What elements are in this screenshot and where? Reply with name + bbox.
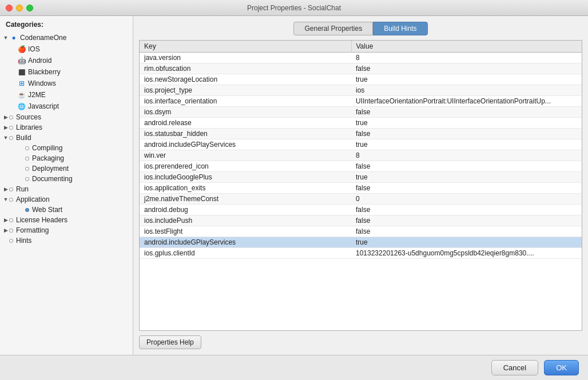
table-cell-value: false [351, 215, 582, 226]
packaging-icon [25, 157, 29, 161]
table-row[interactable]: ios.interface_orientationUIInterfaceOrie… [140, 96, 582, 107]
minimize-button[interactable] [16, 5, 23, 11]
window-title: Project Properties - SocialChat [247, 4, 341, 12]
sidebar-item-label: Application [16, 195, 50, 203]
table-row[interactable]: ios.statusbar_hiddenfalse [140, 129, 582, 139]
sidebar-item-windows[interactable]: ⊞ Windows [0, 78, 133, 89]
blackberry-icon: ⬛ [17, 67, 26, 77]
libraries-icon [9, 126, 13, 130]
sidebar-item-documenting[interactable]: Documenting [0, 174, 133, 184]
android-icon: 🤖 [17, 56, 26, 65]
table-row[interactable]: android.releasetrue [140, 118, 582, 129]
javascript-icon: 🌐 [17, 102, 26, 111]
sidebar-item-label: Packaging [32, 154, 64, 162]
chevron-right-icon: ▶ [2, 227, 9, 234]
chevron-right-icon: ▶ [2, 124, 9, 131]
table-cell-value: true [351, 139, 582, 150]
sidebar-item-j2me[interactable]: ☕ J2ME [0, 89, 133, 101]
table-cell-value: 8 [351, 53, 582, 63]
sidebar-item-application[interactable]: ▼ Application [0, 194, 133, 205]
table-row[interactable]: ios.includePushfalse [140, 215, 582, 226]
sidebar-item-label: Blackberry [28, 68, 61, 76]
sidebar-item-webstart[interactable]: Web Start [0, 205, 133, 215]
sidebar-item-hints[interactable]: Hints [0, 235, 133, 246]
formatting-icon [9, 229, 13, 233]
table-row[interactable]: ios.gplus.clientId1013232201263-u5dhguom… [140, 248, 582, 259]
table-cell-key: android.includeGPlayServices [140, 237, 351, 248]
column-header-value: Value [351, 41, 582, 53]
windows-icon: ⊞ [17, 79, 26, 88]
sidebar-item-blackberry[interactable]: ⬛ Blackberry [0, 66, 133, 78]
table-row[interactable]: ios.prerendered_iconfalse [140, 161, 582, 172]
table-cell-key: ios.newStorageLocation [140, 74, 351, 85]
table-cell-value: false [351, 183, 582, 194]
sidebar-item-packaging[interactable]: Packaging [0, 153, 133, 163]
table-row[interactable]: ios.project_typeios [140, 85, 582, 96]
table-cell-value: false [351, 205, 582, 215]
sidebar-item-label: Sources [16, 113, 41, 121]
sidebar-item-formatting[interactable]: ▶ Formatting [0, 225, 133, 235]
properties-help-button[interactable]: Properties Help [139, 335, 201, 349]
table-row[interactable]: ios.newStorageLocationtrue [140, 74, 582, 85]
sidebar-item-libraries[interactable]: ▶ Libraries [0, 122, 133, 133]
application-icon [9, 198, 13, 202]
table-row[interactable]: ios.dsymfalse [140, 107, 582, 118]
sidebar-item-android[interactable]: 🤖 Android [0, 55, 133, 66]
table-cell-value: false [351, 226, 582, 237]
sidebar-item-licenseheaders[interactable]: ▶ License Headers [0, 215, 133, 225]
table-row[interactable]: win.ver8 [140, 150, 582, 161]
table-row[interactable]: ios.application_exitsfalse [140, 183, 582, 194]
close-button[interactable] [6, 5, 13, 11]
sources-icon [9, 115, 13, 119]
sidebar-item-build[interactable]: ▼ Build [0, 133, 133, 143]
sidebar-item-sources[interactable]: ▶ Sources [0, 112, 133, 122]
chevron-down-icon: ▼ [2, 34, 9, 41]
sidebar-item-label: Android [28, 57, 51, 65]
window-controls[interactable] [6, 5, 33, 11]
sidebar-item-compiling[interactable]: Compiling [0, 143, 133, 153]
table-cell-key: ios.statusbar_hidden [140, 129, 351, 139]
table-row[interactable]: java.version8 [140, 53, 582, 63]
table-cell-value: 8 [351, 150, 582, 161]
table-cell-key: ios.testFlight [140, 226, 351, 237]
table-row[interactable]: rim.obfuscationfalse [140, 63, 582, 74]
sidebar-item-label: J2ME [28, 91, 46, 99]
table-cell-value: false [351, 107, 582, 118]
table-cell-value: ios [351, 85, 582, 96]
sidebar-item-deployment[interactable]: Deployment [0, 163, 133, 174]
table-cell-key: ios.gplus.clientId [140, 248, 351, 259]
table-row[interactable]: ios.testFlightfalse [140, 226, 582, 237]
bottom-bar: Properties Help [139, 335, 582, 349]
sidebar-item-label: Windows [28, 79, 56, 87]
table-cell-value: true [351, 118, 582, 129]
tab-general-properties[interactable]: General Properties [293, 22, 373, 35]
sidebar-item-javascript[interactable]: 🌐 Javascript [0, 101, 133, 112]
cancel-button[interactable]: Cancel [491, 360, 538, 375]
sidebar-item-codenameone[interactable]: ▼ ● CodenameOne [0, 32, 133, 43]
table-cell-key: android.debug [140, 205, 351, 215]
maximize-button[interactable] [26, 5, 33, 11]
sidebar-item-run[interactable]: ▶ Run [0, 184, 133, 194]
table-cell-key: ios.includePush [140, 215, 351, 226]
table-cell-key: ios.application_exits [140, 183, 351, 194]
table-row[interactable]: j2me.nativeThemeConst0 [140, 194, 582, 205]
sidebar-item-label: License Headers [16, 216, 67, 224]
footer: Cancel OK [0, 355, 588, 380]
run-icon [9, 187, 13, 191]
table-cell-key: rim.obfuscation [140, 63, 351, 74]
table-row[interactable]: android.includeGPlayServicestrue [140, 237, 582, 248]
table-row[interactable]: ios.includeGooglePlustrue [140, 172, 582, 183]
sidebar-item-ios[interactable]: 🍎 IOS [0, 43, 133, 55]
table-row[interactable]: android.debugfalse [140, 205, 582, 215]
table-cell-key: android.release [140, 118, 351, 129]
table-row[interactable]: android.includeGPlayServicestrue [140, 139, 582, 150]
codenameone-icon: ● [9, 33, 18, 42]
sidebar-item-label: IOS [28, 45, 40, 53]
categories-label: Categories: [0, 21, 133, 32]
ok-button[interactable]: OK [544, 360, 579, 375]
column-header-key: Key [140, 41, 351, 53]
tab-build-hints[interactable]: Build Hints [373, 22, 427, 35]
sidebar-item-label: Formatting [16, 226, 49, 234]
sidebar-item-label: CodenameOne [20, 34, 66, 42]
table-cell-value: false [351, 129, 582, 139]
